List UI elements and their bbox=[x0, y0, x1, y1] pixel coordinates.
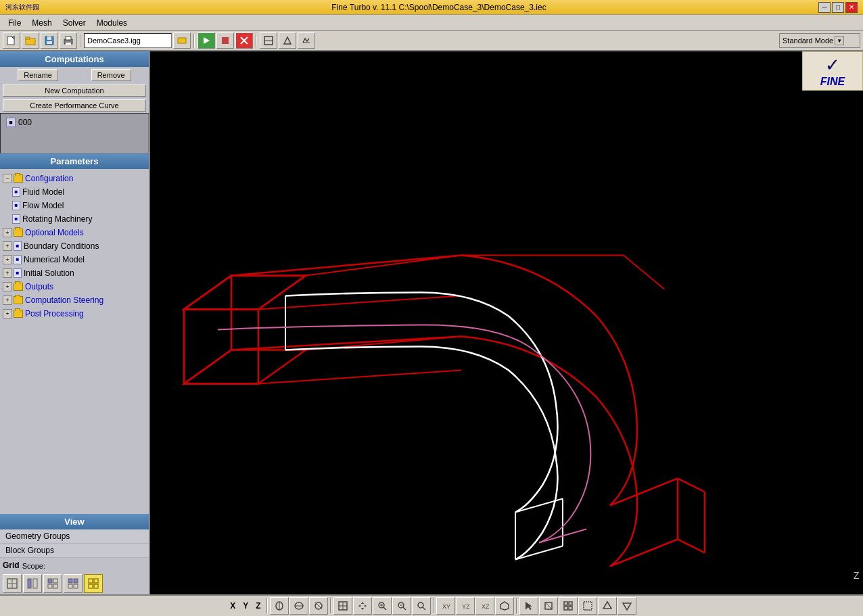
bt-pan-button[interactable] bbox=[353, 597, 372, 615]
bt-rotate-z-button[interactable] bbox=[309, 597, 328, 615]
remove-button[interactable]: Remove bbox=[91, 69, 131, 81]
bt-rotate-x-button[interactable] bbox=[270, 597, 289, 615]
bt-zoom-fit-button[interactable] bbox=[373, 597, 392, 615]
grid-btn-1[interactable] bbox=[3, 574, 22, 593]
x-axis-label[interactable]: X bbox=[227, 600, 239, 612]
bt-zoom-out-button[interactable] bbox=[412, 597, 431, 615]
bt-extra1-button[interactable] bbox=[598, 597, 617, 615]
svg-marker-71 bbox=[361, 602, 364, 604]
bt-view-side-button[interactable]: YZ bbox=[456, 597, 475, 615]
tree-expand-outputs[interactable]: + bbox=[3, 282, 12, 291]
tree-label-optional-models: Optional Models bbox=[25, 227, 84, 239]
tb-new-button[interactable] bbox=[3, 32, 20, 49]
tb-mode-dropdown[interactable]: Standard Mode ▼ bbox=[779, 33, 860, 48]
tb-open-button[interactable] bbox=[22, 32, 39, 49]
tree-item-fluid-model[interactable]: ■ Fluid Model bbox=[1, 185, 147, 199]
z-axis-label[interactable]: Z bbox=[252, 600, 264, 612]
tb-print-button[interactable] bbox=[60, 32, 77, 49]
svg-rect-22 bbox=[33, 579, 37, 588]
view-geometry-groups[interactable]: Geometry Groups bbox=[0, 529, 149, 544]
grid-btn-3[interactable] bbox=[43, 574, 62, 593]
menu-modules[interactable]: Modules bbox=[91, 17, 133, 29]
view-block-groups[interactable]: Block Groups bbox=[0, 544, 149, 558]
bt-zoom-in-button[interactable] bbox=[392, 597, 411, 615]
tree-label-rotating-machinery: Rotating Machinery bbox=[22, 213, 92, 225]
grid-btn-2[interactable] bbox=[23, 574, 42, 593]
tree-item-outputs[interactable]: + Outputs bbox=[1, 280, 147, 293]
tree-expand-computation-steering[interactable]: + bbox=[3, 295, 12, 305]
tree-item-numerical-model[interactable]: + ■ Numerical Model bbox=[1, 253, 147, 266]
bt-box-zoom-button[interactable] bbox=[578, 597, 597, 615]
svg-rect-9 bbox=[178, 38, 186, 43]
tb-browse-button[interactable] bbox=[173, 32, 191, 49]
tb-stop-button[interactable] bbox=[216, 32, 234, 49]
tree-item-rotating-machinery[interactable]: ■ Rotating Machinery bbox=[1, 212, 147, 226]
svg-marker-35 bbox=[184, 276, 306, 310]
svg-rect-34 bbox=[94, 584, 98, 588]
minimize-button[interactable]: ─ bbox=[818, 2, 831, 13]
tree-expand-post-processing[interactable]: + bbox=[3, 309, 12, 318]
svg-marker-88 bbox=[526, 602, 532, 610]
svg-text:YZ: YZ bbox=[462, 603, 470, 610]
tb-view2-button[interactable] bbox=[279, 32, 296, 49]
bt-extra2-button[interactable] bbox=[617, 597, 636, 615]
tree-label-numerical-model: Numerical Model bbox=[24, 254, 85, 266]
comp-item-000[interactable]: ■ 000 bbox=[3, 116, 145, 128]
mode-dropdown-arrow[interactable]: ▼ bbox=[835, 36, 844, 45]
tb-filename-input[interactable] bbox=[84, 33, 172, 48]
maximize-button[interactable]: □ bbox=[832, 2, 844, 13]
main-layout: Computations Rename Remove New Computati… bbox=[0, 51, 863, 594]
rename-button[interactable]: Rename bbox=[18, 69, 58, 81]
bt-deselect-button[interactable] bbox=[539, 597, 558, 615]
svg-rect-29 bbox=[68, 584, 72, 588]
fine-logo: ✓ FINE bbox=[802, 51, 863, 91]
tree-item-computation-steering[interactable]: + Computation Steering bbox=[1, 293, 147, 307]
view-section: View Geometry Groups Block Groups bbox=[0, 514, 149, 558]
tree-item-optional-models[interactable]: + Optional Models bbox=[1, 226, 147, 239]
grid-section: Grid Scope: bbox=[0, 558, 149, 594]
menu-solver[interactable]: Solver bbox=[57, 17, 91, 29]
tree-item-post-processing[interactable]: + Post Processing bbox=[1, 307, 147, 321]
svg-rect-27 bbox=[68, 579, 72, 583]
y-axis-label[interactable]: Y bbox=[239, 600, 252, 612]
comp-item-000-label: 000 bbox=[18, 118, 32, 127]
menu-mesh[interactable]: Mesh bbox=[26, 17, 57, 29]
tree-expand-optional-models[interactable]: + bbox=[3, 228, 12, 237]
svg-rect-11 bbox=[222, 37, 229, 44]
bt-fit-button[interactable] bbox=[333, 597, 352, 615]
bt-view-iso-button[interactable] bbox=[495, 597, 514, 615]
tb-save-button[interactable] bbox=[41, 32, 58, 49]
svg-rect-30 bbox=[74, 584, 78, 588]
tree-expand-boundary-conditions[interactable]: + bbox=[3, 241, 12, 251]
svg-rect-28 bbox=[74, 579, 78, 583]
close-button[interactable]: ✕ bbox=[845, 2, 858, 13]
svg-line-83 bbox=[423, 607, 425, 610]
bt-select-button[interactable] bbox=[519, 597, 538, 615]
menu-file[interactable]: File bbox=[3, 17, 26, 29]
tree-expand-numerical-model[interactable]: + bbox=[3, 255, 12, 264]
bt-frame-all-button[interactable] bbox=[559, 597, 578, 615]
tb-view3-button[interactable] bbox=[298, 32, 315, 49]
create-performance-button[interactable]: Create Performance Curve bbox=[3, 99, 146, 112]
bt-view-top-button[interactable]: XZ bbox=[475, 597, 494, 615]
grid-scope-label: Scope: bbox=[22, 562, 45, 570]
folder-icon-computation-steering bbox=[14, 296, 23, 304]
mode-label: Standard Mode bbox=[783, 37, 833, 45]
svg-rect-26 bbox=[53, 584, 57, 588]
tb-run-button[interactable] bbox=[197, 32, 215, 49]
grid-btn-5[interactable] bbox=[84, 574, 103, 593]
tb-view1-button[interactable] bbox=[260, 32, 277, 49]
tree-item-flow-model[interactable]: ■ Flow Model bbox=[1, 199, 147, 212]
tree-expand-configuration[interactable]: − bbox=[3, 174, 12, 183]
tree-item-configuration[interactable]: − Configuration bbox=[1, 172, 147, 185]
new-computation-button[interactable]: New Computation bbox=[3, 85, 146, 97]
tree-expand-initial-solution[interactable]: + bbox=[3, 268, 12, 278]
tb-abort-button[interactable] bbox=[235, 32, 253, 49]
tree-item-initial-solution[interactable]: + ■ Initial Solution bbox=[1, 266, 147, 280]
grid-btn-4[interactable] bbox=[64, 574, 83, 593]
svg-line-51 bbox=[258, 296, 461, 310]
bt-rotate-y-button[interactable] bbox=[289, 597, 308, 615]
bt-view-front-button[interactable]: XY bbox=[436, 597, 455, 615]
tb-separator-2 bbox=[193, 34, 195, 47]
tree-item-boundary-conditions[interactable]: + ■ Boundary Conditions bbox=[1, 239, 147, 253]
